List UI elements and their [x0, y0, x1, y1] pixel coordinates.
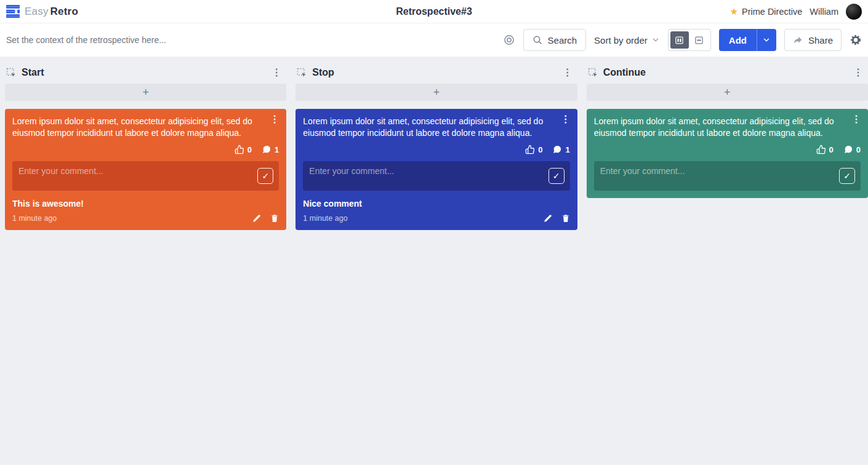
card-text: Lorem ipsum dolor sit amet, consectetur … [594, 116, 861, 139]
comment-text: Nice comment [303, 199, 569, 209]
add-card-button[interactable]: + [295, 84, 577, 101]
submit-comment-checkbox[interactable]: ✓ [257, 168, 273, 184]
search-button[interactable]: Search [523, 29, 587, 51]
board-toolbar: Set the context of the retrospective her… [0, 23, 868, 57]
column-continue-header: Continue ⋮ [587, 63, 868, 84]
card-text: Lorem ipsum dolor sit amet, consectetur … [12, 116, 279, 139]
comment-timestamp: 1 minute ago [12, 214, 57, 223]
comment-bubble-icon [552, 145, 562, 154]
comment-actions [252, 214, 279, 223]
column-start-header: Start ⋮ [5, 63, 286, 84]
header-right-group: ★ Prime Directive William [730, 4, 862, 20]
comment-input-box: ✓ [12, 161, 279, 191]
edit-icon[interactable] [252, 214, 261, 223]
column-title: Continue [603, 67, 646, 78]
column-drag-icon[interactable] [297, 68, 307, 78]
submit-comment-checkbox[interactable]: ✓ [549, 168, 565, 184]
card-text: Lorem ipsum dolor sit amet, consectetur … [303, 116, 569, 139]
thumbs-up-icon [525, 145, 535, 154]
view-toggle-group [668, 29, 711, 51]
chevron-down-icon [651, 36, 660, 44]
comment-count: 1 [565, 145, 569, 154]
username-label[interactable]: William [810, 7, 838, 17]
comment-count-button[interactable]: 1 [262, 145, 279, 154]
visibility-icon[interactable] [503, 34, 515, 46]
like-button[interactable]: 0 [816, 145, 834, 154]
column-menu-icon[interactable]: ⋮ [853, 68, 863, 78]
star-icon: ★ [730, 7, 738, 16]
column-continue: Continue ⋮ + ⋮ Lorem ipsum dolor sit ame… [587, 63, 868, 198]
like-count: 0 [538, 145, 542, 154]
column-menu-icon[interactable]: ⋮ [271, 68, 281, 78]
column-drag-icon[interactable] [6, 68, 17, 78]
context-input[interactable]: Set the context of the retrospective her… [6, 35, 166, 45]
board-title[interactable]: Retrospective#3 [396, 6, 472, 17]
toolbar-right-group: Search Sort by order [503, 29, 862, 51]
rows-view-button[interactable] [690, 31, 709, 49]
rows-view-icon [694, 35, 704, 46]
comment-count: 0 [856, 145, 861, 154]
comment-meta: 1 minute ago [12, 214, 279, 223]
like-count: 0 [829, 145, 834, 154]
add-card-button[interactable]: + [587, 84, 868, 101]
search-label: Search [548, 35, 577, 46]
add-button-label: Add [719, 29, 757, 51]
comment-bubble-icon [843, 145, 853, 154]
column-drag-icon[interactable] [588, 68, 598, 78]
comment-timestamp: 1 minute ago [303, 214, 347, 223]
like-count: 0 [247, 145, 252, 154]
comment-input[interactable] [309, 166, 541, 186]
add-dropdown-caret[interactable] [757, 29, 776, 51]
column-start: Start ⋮ + ⋮ Lorem ipsum dolor sit amet, … [5, 63, 286, 230]
easyretro-logo-icon [6, 4, 20, 18]
thumbs-up-icon [816, 145, 826, 154]
user-avatar[interactable] [846, 4, 862, 20]
logo-text-easy: Easy [25, 6, 49, 18]
like-button[interactable]: 0 [235, 145, 252, 154]
card-reactions: 0 1 [303, 145, 569, 154]
comment-count-button[interactable]: 1 [552, 145, 569, 154]
edit-icon[interactable] [544, 214, 552, 223]
share-icon [793, 35, 803, 46]
retro-board: Start ⋮ + ⋮ Lorem ipsum dolor sit amet, … [0, 57, 868, 230]
add-card-button[interactable]: + [5, 84, 286, 101]
card-reactions: 0 1 [12, 145, 279, 154]
add-button[interactable]: Add [719, 29, 776, 51]
columns-view-button[interactable] [670, 31, 689, 49]
card-menu-icon[interactable]: ⋮ [270, 114, 279, 124]
comment-input-box: ✓ [303, 161, 569, 191]
comment-bubble-icon [262, 145, 271, 154]
easyretro-logo[interactable]: Easy Retro [6, 4, 78, 18]
delete-icon[interactable] [561, 214, 570, 223]
app-header: Easy Retro Retrospective#3 ★ Prime Direc… [0, 0, 868, 23]
comment-input[interactable] [600, 166, 832, 186]
submit-comment-checkbox[interactable]: ✓ [839, 168, 855, 184]
retro-card[interactable]: ⋮ Lorem ipsum dolor sit amet, consectetu… [295, 109, 577, 230]
card-menu-icon[interactable]: ⋮ [851, 114, 861, 124]
delete-icon[interactable] [270, 214, 279, 223]
comment-count: 1 [275, 145, 279, 154]
card-reactions: 0 0 [594, 145, 861, 154]
thumbs-up-icon [235, 145, 244, 154]
like-button[interactable]: 0 [525, 145, 542, 154]
logo-text-retro: Retro [50, 6, 78, 18]
sort-by-order-dropdown[interactable]: Sort by order [594, 35, 660, 46]
columns-view-icon [674, 35, 685, 46]
comment-text: This is awesome! [12, 199, 279, 209]
share-button[interactable]: Share [784, 29, 842, 51]
prime-directive-label: Prime Directive [742, 7, 802, 17]
comment-input[interactable] [18, 166, 251, 186]
column-title: Start [22, 67, 44, 78]
comment-count-button[interactable]: 0 [843, 145, 861, 154]
column-menu-icon[interactable]: ⋮ [563, 68, 573, 78]
gear-icon[interactable] [850, 34, 862, 46]
comment-input-box: ✓ [594, 161, 861, 191]
card-menu-icon[interactable]: ⋮ [561, 114, 571, 124]
retro-card[interactable]: ⋮ Lorem ipsum dolor sit amet, consectetu… [587, 109, 868, 198]
column-stop-header: Stop ⋮ [295, 63, 577, 84]
prime-directive-link[interactable]: ★ Prime Directive [730, 7, 803, 17]
comment-meta: 1 minute ago [303, 214, 569, 223]
comment-item: Nice comment 1 minute ago [303, 199, 569, 223]
retro-card[interactable]: ⋮ Lorem ipsum dolor sit amet, consectetu… [5, 109, 286, 230]
comment-actions [544, 214, 570, 223]
